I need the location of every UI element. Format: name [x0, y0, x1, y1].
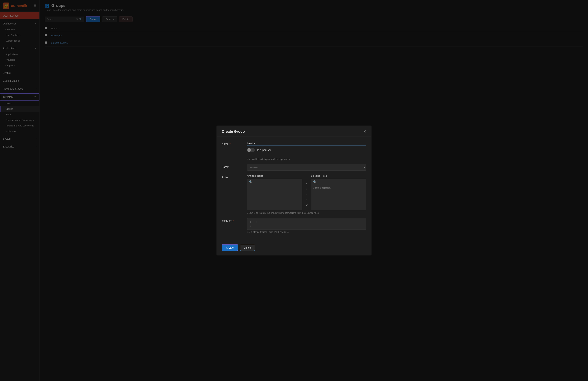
roles-content: Available Roles 🔍 › » « ‹: [247, 174, 366, 214]
modal-title: Create Group: [222, 130, 245, 134]
superuser-toggle-row: Is superuser: [247, 148, 271, 152]
required-indicator: *: [233, 220, 234, 223]
required-indicator: *: [229, 142, 231, 145]
search-icon: 🔍: [313, 180, 317, 184]
parent-label: Parent: [222, 164, 243, 168]
available-roles-search-input[interactable]: [254, 181, 300, 183]
search-icon: 🔍: [249, 180, 252, 184]
modal-footer: Create Cancel: [217, 242, 371, 255]
selected-roles-search-input[interactable]: [318, 181, 364, 183]
move-right-icon[interactable]: ›: [305, 182, 308, 186]
create-group-modal: Create Group ✕ Name * Is superuser: [216, 126, 372, 255]
roles-hint: Select roles to grant this groups' users…: [247, 212, 366, 214]
parent-field-row: Parent ----------: [222, 164, 366, 171]
modal-header: Create Group ✕: [217, 126, 371, 137]
roles-label: Roles: [222, 174, 243, 179]
selected-roles-panel: Selected Roles 🔍 0 item(s) selected.: [311, 174, 366, 210]
selected-roles-list[interactable]: 0 item(s) selected.: [311, 185, 366, 210]
superuser-toggle[interactable]: [247, 148, 255, 152]
available-roles-list[interactable]: [247, 185, 302, 210]
superuser-label: Is superuser: [257, 149, 271, 152]
available-roles-search: 🔍: [247, 179, 302, 185]
remove-icon[interactable]: ✕: [304, 203, 309, 208]
parent-select[interactable]: ----------: [247, 164, 366, 171]
toggle-knob: [247, 148, 251, 152]
selected-hint: 0 item(s) selected.: [311, 185, 366, 191]
roles-arrows: › » « ‹ ✕: [302, 174, 311, 208]
attributes-field-row: Attributes * 12 { } Set custom attribute…: [222, 218, 366, 233]
attributes-hint: Set custom attributes using YAML or JSON…: [247, 231, 366, 233]
attributes-label: Attributes *: [222, 218, 243, 223]
available-roles-title: Available Roles: [247, 174, 302, 177]
modal-overlay[interactable]: Create Group ✕ Name * Is superuser: [0, 0, 588, 381]
name-field-row: Name *: [222, 141, 366, 146]
attributes-content: 12 { } Set custom attributes using YAML …: [247, 218, 366, 233]
roles-panels-grid: Available Roles 🔍 › » « ‹: [247, 174, 366, 210]
modal-create-button[interactable]: Create: [222, 245, 238, 251]
selected-roles-title: Selected Roles: [311, 174, 366, 177]
move-all-right-icon[interactable]: »: [305, 187, 309, 191]
selected-roles-search: 🔍: [311, 179, 366, 185]
move-left-icon[interactable]: ‹: [305, 198, 308, 202]
superuser-row: Is superuser Users added to this group w…: [247, 148, 366, 160]
modal-close-button[interactable]: ✕: [363, 129, 366, 134]
roles-field-row: Roles Available Roles 🔍: [222, 174, 366, 214]
attributes-line-nums: 12: [250, 220, 251, 228]
name-content: [247, 141, 366, 146]
name-input[interactable]: [247, 141, 366, 146]
attributes-code-area[interactable]: 12 { }: [247, 218, 366, 230]
available-roles-panel: Available Roles 🔍: [247, 174, 302, 210]
modal-cancel-button[interactable]: Cancel: [240, 245, 255, 251]
move-all-left-icon[interactable]: «: [305, 192, 309, 196]
parent-content: ----------: [247, 164, 366, 171]
superuser-hint: Users added to this group will be superu…: [247, 158, 290, 160]
attributes-code: { }: [253, 220, 257, 228]
modal-body: Name * Is superuser Users added to this …: [217, 137, 371, 242]
name-label: Name *: [222, 141, 243, 145]
